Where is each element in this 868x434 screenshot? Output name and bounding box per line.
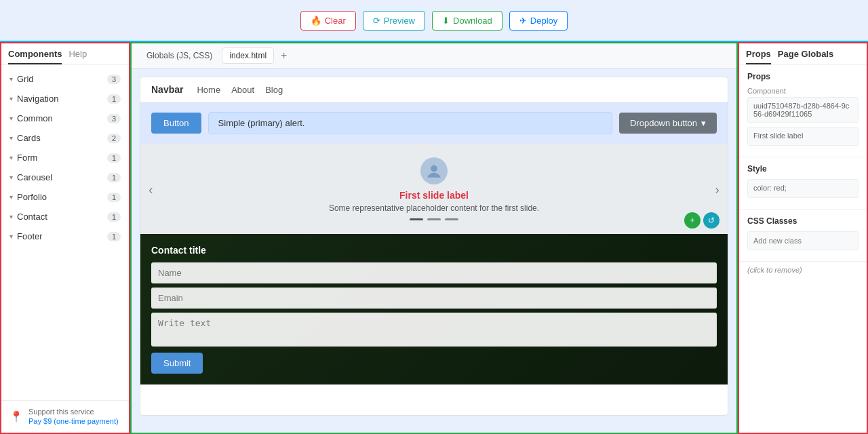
carousel-dot-1	[410, 218, 423, 220]
first-slide-label-value: First slide label	[747, 127, 859, 146]
carousel-dot-3	[445, 218, 458, 220]
tab-components[interactable]: Components	[8, 49, 62, 64]
chevron-icon: ▾	[9, 213, 13, 220]
props-section-title: Props	[747, 72, 859, 81]
carousel-edit-button[interactable]: ↺	[703, 212, 719, 229]
sidebar-item-form[interactable]: ▾ Form 1	[1, 148, 129, 167]
tab-globals[interactable]: Globals (JS, CSS)	[140, 48, 219, 63]
preview-button[interactable]: ⟳ Preview	[363, 11, 425, 31]
css-classes-input[interactable]	[747, 231, 859, 250]
preview-contact: Contact title Submit	[140, 234, 728, 384]
right-tabs: Props Page Globals	[739, 43, 867, 65]
page-preview: Navbar Home About Blog Button Simple (pr…	[140, 77, 728, 416]
sidebar-tabs: Components Help	[1, 43, 129, 65]
add-tab-button[interactable]: +	[277, 50, 291, 62]
preview-carousel: ‹ First slide label Some representative …	[140, 144, 728, 234]
chevron-icon: ▾	[9, 233, 13, 240]
toolbar: 🔥 Clear ⟳ Preview ⬇ Download ✈ Deploy	[0, 0, 868, 42]
sidebar-footer: 📍 Support this service Pay $9 (one-time …	[1, 400, 129, 433]
chevron-icon: ▾	[9, 75, 13, 83]
sidebar-item-footer[interactable]: ▾ Footer 1	[1, 226, 129, 246]
support-text: Support this service	[28, 408, 119, 416]
style-value: color: red;	[747, 179, 859, 198]
click-to-remove-hint: (click to remove)	[739, 262, 867, 278]
chevron-icon: ▾	[9, 95, 13, 102]
style-section-title: Style	[747, 164, 859, 174]
chevron-icon: ▾	[9, 174, 13, 181]
deploy-icon: ✈	[519, 16, 527, 26]
preview-alert: Simple (primary) alert.	[208, 112, 612, 134]
tab-props[interactable]: Props	[746, 49, 771, 64]
carousel-add-button[interactable]: +	[684, 212, 701, 229]
tab-page-globals[interactable]: Page Globals	[778, 49, 833, 64]
navbar-link-blog[interactable]: Blog	[265, 85, 283, 95]
component-label: Component	[747, 87, 859, 95]
location-icon: 📍	[9, 410, 23, 423]
canvas-content: Navbar Home About Blog Button Simple (pr…	[132, 68, 736, 433]
sidebar-right: Props Page Globals Props Component uuid7…	[738, 42, 868, 434]
clear-button[interactable]: 🔥 Clear	[300, 11, 356, 31]
contact-email-input[interactable]	[151, 288, 717, 309]
preview-components-row: Button Simple (primary) alert. Dropdown …	[140, 102, 728, 144]
preview-dropdown-button[interactable]: Dropdown button ▾	[619, 113, 717, 134]
deploy-button[interactable]: ✈ Deploy	[509, 11, 568, 31]
carousel-prev-button[interactable]: ‹	[149, 181, 153, 197]
contact-message-textarea[interactable]	[151, 313, 717, 347]
canvas-area: Globals (JS, CSS) index.html + Navbar Ho…	[130, 42, 738, 434]
svg-point-1	[431, 165, 437, 172]
props-section: Props Component uuid7510487b-d28b-4864-9…	[739, 65, 867, 157]
carousel-title: First slide label	[399, 190, 469, 201]
fire-icon: 🔥	[311, 16, 321, 26]
download-button[interactable]: ⬇ Download	[432, 11, 502, 31]
preview-button-component[interactable]: Button	[151, 113, 201, 134]
pay-link[interactable]: Pay $9 (one-time payment)	[28, 417, 119, 425]
chevron-icon: ▾	[9, 134, 13, 142]
dropdown-caret-icon: ▾	[701, 118, 706, 128]
sidebar-items-list: ▾ Grid 3 ▾ Navigation 1 ▾ Common	[1, 65, 129, 400]
navbar-link-about[interactable]: About	[231, 85, 254, 95]
canvas-tabs: Globals (JS, CSS) index.html +	[132, 43, 736, 68]
chevron-icon: ▾	[9, 154, 13, 161]
css-classes-section: CSS Classes	[739, 210, 867, 262]
sidebar-item-cards[interactable]: ▾ Cards 2	[1, 128, 129, 148]
style-section: Style color: red;	[739, 157, 867, 210]
navbar-brand: Navbar	[151, 84, 183, 95]
sidebar-item-grid[interactable]: ▾ Grid 3	[1, 69, 129, 89]
component-value: uuid7510487b-d28b-4864-9c56-d69429f11065	[747, 97, 859, 123]
sidebar-item-common[interactable]: ▾ Common 3	[1, 108, 129, 128]
sidebar-item-contact[interactable]: ▾ Contact 1	[1, 207, 129, 226]
navbar-links: Home About Blog	[197, 85, 283, 95]
tab-index-html[interactable]: index.html	[222, 47, 274, 64]
navbar-link-home[interactable]: Home	[197, 85, 220, 95]
sidebar-item-porfolio[interactable]: ▾ Porfolio 1	[1, 187, 129, 207]
sidebar-item-navigation[interactable]: ▾ Navigation 1	[1, 89, 129, 108]
carousel-dots	[410, 218, 458, 220]
chevron-icon: ▾	[9, 193, 13, 201]
carousel-action-buttons: + ↺	[684, 212, 719, 229]
contact-title: Contact title	[151, 245, 717, 256]
preview-icon: ⟳	[373, 16, 380, 26]
carousel-dot-2	[427, 218, 441, 220]
css-classes-title: CSS Classes	[747, 216, 859, 226]
carousel-description: Some representative placeholder content …	[329, 203, 539, 213]
sidebar-left: Components Help ▾ Grid 3 ▾ Navigation 1	[0, 42, 130, 434]
tab-help[interactable]: Help	[68, 49, 87, 64]
carousel-next-button[interactable]: ›	[715, 181, 719, 197]
contact-name-input[interactable]	[151, 262, 717, 283]
download-icon: ⬇	[442, 16, 450, 26]
chevron-icon: ▾	[9, 115, 13, 122]
contact-submit-button[interactable]: Submit	[151, 353, 203, 374]
sidebar-item-carousel[interactable]: ▾ Carousel 1	[1, 167, 129, 187]
preview-navbar: Navbar Home About Blog	[140, 77, 728, 102]
carousel-avatar	[420, 157, 448, 184]
